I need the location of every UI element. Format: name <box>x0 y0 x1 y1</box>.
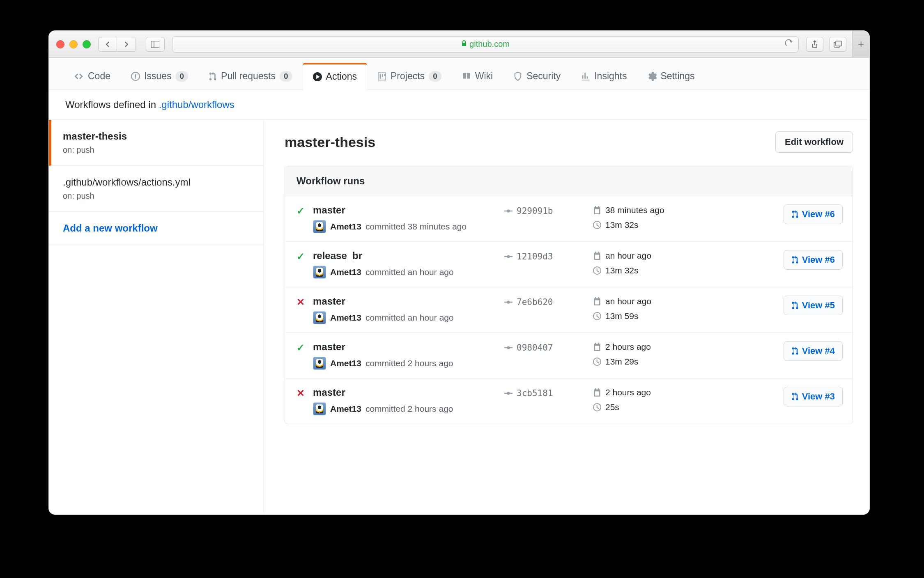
url-host: github.com <box>469 39 510 49</box>
pr-icon <box>791 256 799 264</box>
run-duration: 13m 59s <box>605 311 639 321</box>
view-label: View #4 <box>802 346 835 356</box>
workflow-run-row[interactable]: ✓masterAmet13committed 38 minutes ago929… <box>285 196 853 242</box>
new-tab-button[interactable]: + <box>852 31 869 58</box>
issues-count: 0 <box>175 71 188 82</box>
avatar <box>313 402 326 415</box>
edit-workflow-button[interactable]: Edit workflow <box>775 131 853 153</box>
workflow-run-row[interactable]: ✕masterAmet13committed an hour ago7e6b62… <box>285 287 853 333</box>
workflow-run-row[interactable]: ✓release_brAmet13committed an hour ago12… <box>285 242 853 287</box>
play-icon <box>313 72 322 81</box>
sidebar-item-workflow[interactable]: master-thesison: push <box>49 120 264 166</box>
calendar-icon <box>593 343 601 351</box>
commit-sha: 929091b <box>517 206 553 216</box>
commit-icon <box>504 344 513 352</box>
tab-projects[interactable]: Projects 0 <box>367 62 452 89</box>
tab-actions[interactable]: Actions <box>303 63 367 90</box>
forward-button[interactable] <box>117 37 136 52</box>
run-meta: Amet13committed an hour ago <box>313 266 498 279</box>
run-branch: master <box>313 387 498 398</box>
run-action: View #5 <box>784 296 843 315</box>
tab-label: Actions <box>326 71 357 82</box>
view-run-button[interactable]: View #6 <box>784 250 843 270</box>
view-run-button[interactable]: View #3 <box>784 387 843 406</box>
share-button[interactable] <box>806 37 823 52</box>
shield-icon <box>513 72 522 81</box>
run-main: masterAmet13committed an hour ago <box>313 296 498 324</box>
run-times: 2 hours ago25s <box>593 388 683 412</box>
view-run-button[interactable]: View #4 <box>784 341 843 361</box>
check-icon: ✓ <box>295 205 306 217</box>
book-icon <box>462 72 471 81</box>
svg-rect-3 <box>836 41 841 46</box>
projects-count: 0 <box>429 71 441 82</box>
run-author: Amet13 <box>330 404 361 414</box>
url-bar[interactable]: github.com <box>172 36 799 53</box>
run-branch: master <box>313 296 498 307</box>
tab-pulls[interactable]: Pull requests 0 <box>198 62 303 89</box>
workflow-run-row[interactable]: ✕masterAmet13committed 2 hours ago3cb518… <box>285 378 853 424</box>
repo-tabs: Code Issues 0 Pull requests 0 Actions Pr… <box>49 58 869 90</box>
view-run-button[interactable]: View #6 <box>784 204 843 224</box>
content-header: master-thesis Edit workflow <box>285 131 853 153</box>
calendar-icon <box>593 388 601 397</box>
commit-icon <box>504 207 513 215</box>
run-times: 2 hours ago13m 29s <box>593 342 683 367</box>
view-run-button[interactable]: View #5 <box>784 296 843 315</box>
pr-icon <box>791 392 799 401</box>
run-commit[interactable]: 12109d3 <box>504 252 586 261</box>
run-commit[interactable]: 929091b <box>504 206 586 216</box>
workflow-run-row[interactable]: ✓masterAmet13committed 2 hours ago098040… <box>285 333 853 378</box>
clock-icon <box>593 266 601 275</box>
pr-icon <box>791 301 799 310</box>
run-committed: committed 2 hours ago <box>365 404 453 414</box>
browser-window: github.com + Code Issues 0 Pu <box>48 30 870 515</box>
tabs-button[interactable] <box>829 37 846 52</box>
tab-label: Insights <box>594 71 627 82</box>
tab-code[interactable]: Code <box>64 62 121 89</box>
run-author: Amet13 <box>330 222 361 232</box>
back-button[interactable] <box>98 37 117 52</box>
run-times: an hour ago13m 59s <box>593 296 683 321</box>
view-label: View #6 <box>802 209 835 220</box>
chrome-right: + <box>806 37 865 52</box>
zoom-window-icon[interactable] <box>83 40 91 48</box>
tab-label: Settings <box>661 71 695 82</box>
pr-icon <box>791 347 799 355</box>
svg-rect-0 <box>151 41 159 48</box>
clock-icon <box>593 403 601 411</box>
clock-icon <box>593 221 601 229</box>
run-committed: committed 38 minutes ago <box>365 222 467 232</box>
sidebar-item-workflow[interactable]: .github/workflows/actions.ymlon: push <box>49 166 264 212</box>
calendar-icon <box>593 206 601 214</box>
run-committed: committed an hour ago <box>365 313 454 323</box>
run-main: masterAmet13committed 38 minutes ago <box>313 204 498 233</box>
run-author: Amet13 <box>330 358 361 368</box>
workflow-runs-box: Workflow runs ✓masterAmet13committed 38 … <box>285 166 853 424</box>
commit-icon <box>504 298 513 306</box>
check-icon: ✓ <box>295 251 306 262</box>
tab-settings[interactable]: Settings <box>637 62 705 89</box>
add-workflow-link[interactable]: Add a new workflow <box>49 212 264 245</box>
run-action: View #4 <box>784 341 843 361</box>
run-commit[interactable]: 3cb5181 <box>504 388 586 398</box>
run-duration: 13m 32s <box>605 220 639 230</box>
tab-issues[interactable]: Issues 0 <box>121 62 198 89</box>
minimize-window-icon[interactable] <box>69 40 78 48</box>
close-window-icon[interactable] <box>56 40 64 48</box>
sidebar-toggle-button[interactable] <box>146 37 165 52</box>
commit-icon <box>504 389 513 397</box>
run-commit[interactable]: 7e6b620 <box>504 297 586 307</box>
run-commit[interactable]: 0980407 <box>504 343 586 353</box>
tab-insights[interactable]: Insights <box>571 62 637 89</box>
commit-icon <box>504 252 513 261</box>
run-branch: master <box>313 204 498 216</box>
tab-security[interactable]: Security <box>503 62 571 89</box>
commit-sha: 3cb5181 <box>517 388 553 398</box>
run-committed: committed an hour ago <box>365 267 454 277</box>
run-branch: master <box>313 341 498 353</box>
run-main: release_brAmet13committed an hour ago <box>313 250 498 279</box>
workflows-path-link[interactable]: .github/workflows <box>159 99 234 110</box>
tab-wiki[interactable]: Wiki <box>452 62 503 89</box>
reload-icon[interactable] <box>785 39 793 49</box>
